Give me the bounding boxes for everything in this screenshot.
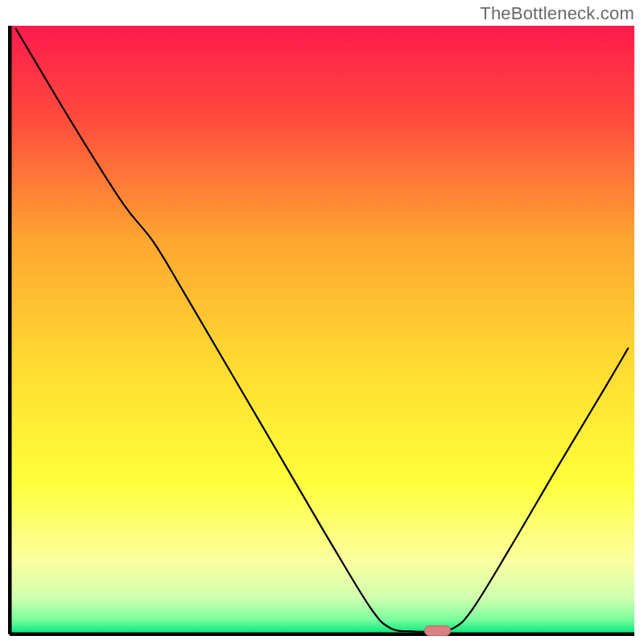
chart-container: TheBottleneck.com (0, 0, 644, 644)
selected-point-marker (424, 625, 451, 635)
watermark-text: TheBottleneck.com (480, 3, 634, 24)
chart-svg (8, 24, 636, 636)
chart-background (10, 26, 634, 634)
chart-plot-area (8, 24, 636, 636)
